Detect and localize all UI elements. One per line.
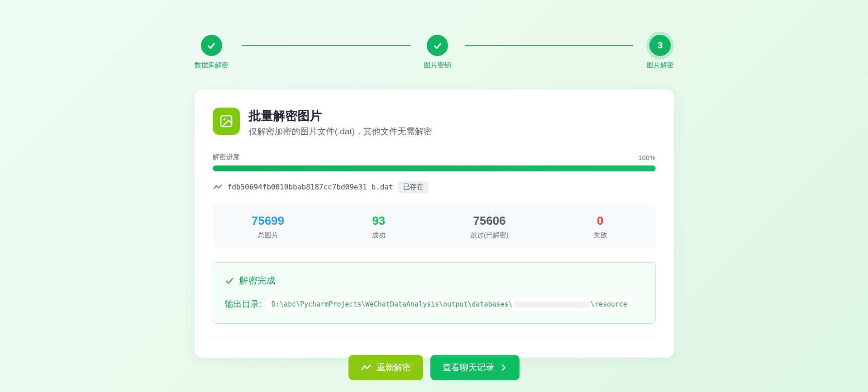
step-database-decrypt: 数据库解密 <box>195 35 229 70</box>
output-dir-label: 输出目录: <box>225 298 262 310</box>
step-label: 数据库解密 <box>195 61 229 70</box>
stat-label: 失败 <box>545 231 656 240</box>
stat-value: 93 <box>323 214 434 228</box>
stats-panel: 75699 总图片 93 成功 75606 跳过(已解密) 0 失败 <box>213 204 656 249</box>
decrypt-card: 批量解密图片 仅解密加密的图片文件(.dat)，其他文件无需解密 解密进度 10… <box>195 90 674 358</box>
progress-label: 解密进度 <box>213 153 240 161</box>
stat-label: 总图片 <box>213 231 324 240</box>
output-dir-path: D:\abc\PycharmProjects\WeChatDataAnalysi… <box>266 298 633 311</box>
redecrypt-button-label: 重新解密 <box>377 362 411 373</box>
image-icon <box>213 108 240 135</box>
step-label: 图片密钥 <box>424 61 451 70</box>
step-label: 图片解密 <box>647 61 674 70</box>
check-icon <box>206 41 216 51</box>
action-buttons: 重新解密 查看聊天记录 <box>213 355 656 380</box>
result-title-row: 解密完成 <box>225 274 644 287</box>
step-current-circle: 3 <box>649 35 671 56</box>
progress-percent: 100% <box>638 154 655 161</box>
chevron-right-icon <box>499 364 507 372</box>
card-header-text: 批量解密图片 仅解密加密的图片文件(.dat)，其他文件无需解密 <box>249 108 432 137</box>
step-image-key: 图片密钥 <box>424 35 451 70</box>
stat-value: 75606 <box>434 214 545 228</box>
step-image-decrypt: 3 图片解密 <box>647 35 674 70</box>
stat-skipped: 75606 跳过(已解密) <box>434 214 545 240</box>
file-name: fdb50694fb0010bbab8187cc7bd09e31_b.dat <box>228 183 393 191</box>
check-icon <box>433 41 443 51</box>
card-header: 批量解密图片 仅解密加密的图片文件(.dat)，其他文件无需解密 <box>213 108 656 137</box>
card-subtitle: 仅解密加密的图片文件(.dat)，其他文件无需解密 <box>249 126 432 137</box>
check-icon <box>225 276 234 285</box>
stat-label: 跳过(已解密) <box>434 231 545 240</box>
divider <box>213 338 656 338</box>
progress-fill <box>213 165 656 171</box>
wave-icon <box>213 183 223 192</box>
stat-success: 93 成功 <box>323 214 434 240</box>
card-title: 批量解密图片 <box>249 109 432 123</box>
view-chat-history-button-label: 查看聊天记录 <box>443 362 494 373</box>
step-done-circle <box>201 35 222 56</box>
stat-failed: 0 失败 <box>545 214 656 240</box>
view-chat-history-button[interactable]: 查看聊天记录 <box>430 355 520 380</box>
file-status-badge: 已存在 <box>398 181 429 193</box>
stat-total-images: 75699 总图片 <box>213 214 324 240</box>
step-connector <box>465 45 633 46</box>
step-done-circle <box>427 35 448 56</box>
progress-labels: 解密进度 100% <box>213 153 656 161</box>
redecrypt-button[interactable]: 重新解密 <box>348 355 423 380</box>
current-file-row: fdb50694fb0010bbab8187cc7bd09e31_b.dat 已… <box>213 181 656 193</box>
stepper: 数据库解密 图片密钥 3 图片解密 <box>195 0 674 70</box>
stat-label: 成功 <box>323 231 434 240</box>
step-connector <box>242 45 410 46</box>
step-number: 3 <box>658 40 663 51</box>
stat-value: 75699 <box>213 214 324 228</box>
decrypt-complete-panel: 解密完成 输出目录: D:\abc\PycharmProjects\WeChat… <box>213 262 656 324</box>
stat-value: 0 <box>545 214 656 228</box>
progress-bar <box>213 165 656 171</box>
redacted-path-segment <box>514 301 590 308</box>
redo-wave-icon <box>361 363 372 372</box>
result-title: 解密完成 <box>239 274 276 287</box>
output-dir-row: 输出目录: D:\abc\PycharmProjects\WeChatDataA… <box>225 298 644 311</box>
